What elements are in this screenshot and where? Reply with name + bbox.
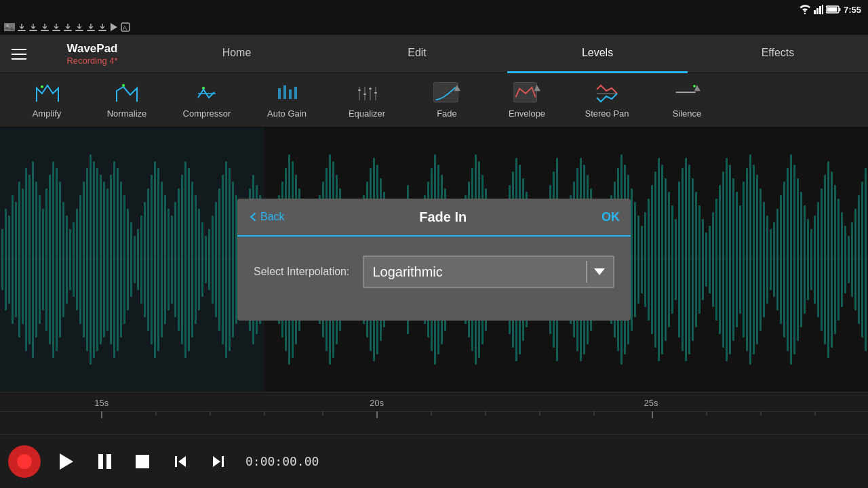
svg-point-43 [693,85,696,87]
levels-toolbar: Amplify Normalize Compressor Auto Gain [0,73,868,127]
ok-button[interactable]: OK [601,210,620,224]
amplify-icon [33,81,60,106]
svg-rect-3 [819,6,821,14]
dialog-overlay: Back Fade In OK Select Interpolation: Lo… [0,127,868,392]
app-icon: A [121,22,130,32]
tool-autogain[interactable]: Auto Gain [247,75,327,125]
svg-marker-317 [178,456,186,467]
download-icon-3 [40,22,50,32]
svg-rect-26 [283,85,286,99]
back-label: Back [260,211,285,223]
amplify-label: Amplify [33,108,62,119]
tool-fade[interactable]: Fade [407,75,487,125]
skip-next-button[interactable] [199,443,237,481]
select-divider [586,261,587,283]
svg-rect-17 [98,30,106,31]
download-icon-5 [63,22,73,32]
equalizer-icon [353,81,380,106]
interpolation-label: Select Interpolation: [254,266,349,278]
svg-rect-28 [294,87,297,99]
stop-button[interactable] [123,443,161,481]
tool-compressor[interactable]: Compressor [167,75,247,125]
timeline-labels: 15s 20s 25s [0,392,868,411]
svg-rect-34 [363,94,366,95]
svg-rect-25 [278,88,281,99]
tab-levels[interactable]: Levels [507,35,688,73]
tool-equalizer[interactable]: Equalizer [327,75,407,125]
stereopan-label: Stereo Pan [585,108,629,119]
svg-rect-15 [75,30,83,31]
tab-edit[interactable]: Edit [327,35,507,73]
timeline: 15s 20s 25s [0,392,868,430]
silence-label: Silence [673,108,702,119]
interpolation-value: Logarithmic [372,264,586,280]
tool-silence[interactable]: Silence [647,75,727,125]
record-button[interactable] [8,445,41,478]
app-title-block: WavePad Recording 4* [38,42,146,66]
svg-rect-1 [814,10,816,14]
interpolation-select[interactable]: Logarithmic [363,256,614,288]
svg-rect-33 [358,89,361,91]
play-notification-icon [109,22,119,32]
compressor-label: Compressor [183,108,231,119]
normalize-icon [113,81,140,106]
svg-point-21 [41,85,43,88]
fade-in-dialog: Back Fade In OK Select Interpolation: Lo… [237,199,631,321]
notification-bar: A [0,19,868,35]
tab-effects[interactable]: Effects [688,35,868,73]
dialog-body: Select Interpolation: Logarithmic [237,237,631,321]
stop-icon [136,455,149,468]
pause-icon [98,454,111,469]
svg-rect-14 [64,30,72,31]
tool-normalize[interactable]: Normalize [87,75,167,125]
svg-rect-7 [839,8,840,11]
svg-point-0 [804,13,806,14]
recording-name: Recording 4* [38,56,146,66]
svg-marker-319 [213,456,220,467]
menu-button[interactable] [0,35,38,73]
compressor-icon [193,81,220,106]
wifi-icon [799,5,811,14]
envelope-icon [513,81,540,106]
svg-rect-36 [374,92,377,94]
dialog-header: Back Fade In OK [237,199,631,237]
status-bar: 7:55 [0,0,868,19]
svg-rect-16 [87,30,95,31]
time-display: 0:00:00.00 [245,454,319,468]
record-dot [17,454,32,469]
svg-rect-10 [18,30,26,31]
svg-rect-2 [816,8,818,14]
normalize-label: Normalize [107,108,147,119]
nav-tabs: Home Edit Levels Effects [146,35,868,73]
download-icon-1 [17,22,26,32]
download-icon-7 [86,22,96,32]
download-icon-6 [75,22,84,32]
svg-rect-6 [827,7,837,12]
timeline-ticks [0,411,868,425]
pause-button[interactable] [85,443,123,481]
back-button[interactable]: Back [248,211,285,223]
fade-icon [433,81,460,106]
svg-rect-35 [369,88,372,89]
tool-stereopan[interactable]: Stereo Pan [567,75,647,125]
autogain-label: Auto Gain [267,108,307,119]
download-icon-8 [98,22,107,32]
svg-rect-27 [289,89,292,99]
tab-home[interactable]: Home [146,35,327,73]
svg-rect-4 [822,5,823,14]
timeline-15s: 15s [94,398,108,408]
status-icons: 7:55 [799,5,861,15]
timeline-20s: 20s [370,398,384,408]
timeline-25s: 25s [644,398,658,408]
svg-marker-18 [111,23,117,31]
status-time: 7:55 [844,5,861,15]
tool-envelope[interactable]: Envelope [487,75,567,125]
battery-icon [826,5,841,14]
skip-prev-button[interactable] [161,443,199,481]
signal-icon [814,5,823,14]
tool-amplify[interactable]: Amplify [7,75,87,125]
svg-point-22 [122,84,125,87]
play-button[interactable] [47,443,85,481]
waveform-container: ↔ [0,127,868,392]
skip-prev-icon [173,454,188,469]
